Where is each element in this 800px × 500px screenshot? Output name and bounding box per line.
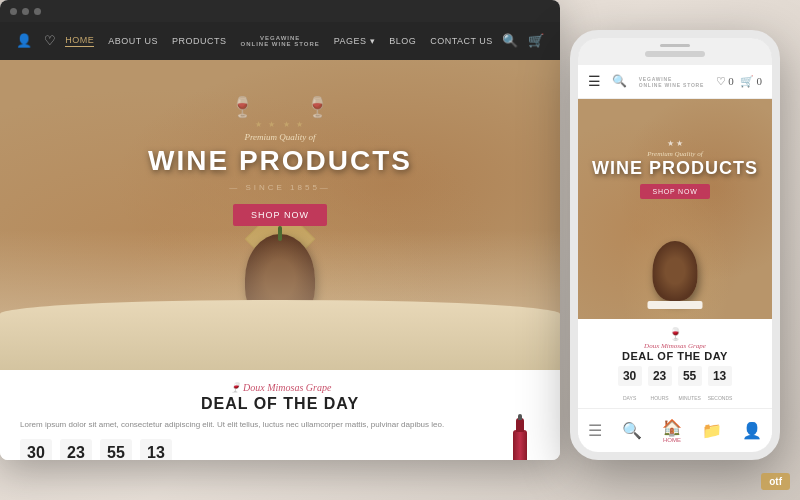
mobile-book-base xyxy=(648,301,703,309)
hero-subtitle: Premium Quality of xyxy=(0,132,560,142)
mobile-deal-label: Doux Mimosas Grape xyxy=(588,342,762,350)
desktop-navbar: 👤 ♡ HOME ABOUT US PRODUCTS Vegawine ONLI… xyxy=(0,22,560,60)
otf-badge: otf xyxy=(761,473,790,490)
nav-blog[interactable]: BLOG xyxy=(389,36,416,46)
mobile-hero: ★ ★ Premium Quality of WINE PRODUCTS SHO… xyxy=(578,99,772,319)
countdown-days: 30 Days xyxy=(20,439,52,460)
mobile-menu-icon[interactable]: ☰ xyxy=(588,73,601,90)
mobile-hero-text: ★ ★ Premium Quality of WINE PRODUCTS SHO… xyxy=(578,139,772,199)
mobile-wishlist-icon[interactable]: ♡ 0 xyxy=(716,75,734,88)
mobile-top-bar xyxy=(578,38,772,65)
mobile-mockup: ☰ 🔍 Vegawine ONLINE WINE STORE ♡ 0 🛒 0 ★… xyxy=(570,30,780,460)
minutes-value: 55 xyxy=(100,439,132,460)
cart-icon[interactable]: 🛒 xyxy=(528,33,544,49)
hero-title: WINE PRODUCTS xyxy=(0,146,560,177)
countdown-hours: 23 Hours xyxy=(60,439,92,460)
mobile-bottom-menu[interactable]: ☰ xyxy=(588,421,602,440)
days-value: 30 xyxy=(20,439,52,460)
mobile-hero-subtitle: Premium Quality of xyxy=(578,150,772,158)
user-icon[interactable]: 👤 xyxy=(16,33,32,49)
mobile-deal-title: DEAL OF THE DAY xyxy=(588,350,762,362)
mobile-nav-right: ♡ 0 🛒 0 xyxy=(716,75,763,88)
mobile-hero-title: WINE PRODUCTS xyxy=(578,158,772,179)
browser-bar xyxy=(0,0,560,22)
hero-wine-glasses: 🍷 🍷 xyxy=(0,95,560,119)
mobile-days: 30 Days xyxy=(618,366,642,404)
mobile-cart-icon[interactable]: 🛒 0 xyxy=(740,75,762,88)
deal-body: Lorem ipsum dolor sit amet, consectetur … xyxy=(20,419,540,460)
mobile-bottom-user[interactable]: 👤 xyxy=(742,421,762,440)
mobile-seconds: 13 Seconds xyxy=(708,366,733,404)
mobile-search-icon[interactable]: 🔍 xyxy=(612,74,627,89)
desktop-logo: Vegawine ONLINE WINE STORE xyxy=(241,35,320,47)
nav-pages[interactable]: PAGES ▾ xyxy=(334,36,375,46)
mobile-stars: ★ ★ xyxy=(578,139,772,148)
nav-links: HOME ABOUT US PRODUCTS Vegawine ONLINE W… xyxy=(65,35,493,47)
countdown-minutes: 55 Minutes xyxy=(100,439,132,460)
seconds-value: 13 xyxy=(140,439,172,460)
browser-dot-green xyxy=(34,8,41,15)
deal-description: Lorem ipsum dolor sit amet, consectetur … xyxy=(20,419,484,431)
wine-glass-left: 🍷 xyxy=(230,95,255,119)
desktop-hero: 🍴 🍴 🍷 🍷 Premium Quality of WINE PRODUCTS… xyxy=(0,60,560,370)
mobile-navbar: ☰ 🔍 Vegawine ONLINE WINE STORE ♡ 0 🛒 0 xyxy=(578,65,772,99)
hours-value: 23 xyxy=(60,439,92,460)
mobile-countdown: 30 Days 23 Hours 55 Minutes 13 Seconds xyxy=(588,366,762,404)
mobile-bottom-home[interactable]: 🏠 HOME xyxy=(662,418,682,443)
mobile-logo: Vegawine ONLINE WINE STORE xyxy=(639,76,704,88)
nav-left-icons: 👤 ♡ xyxy=(16,33,56,49)
mobile-wine-icon: 🍷 xyxy=(588,327,762,342)
nav-right-icons: 🔍 🛒 xyxy=(502,33,544,49)
hero-since: SINCE 1855 xyxy=(0,183,560,192)
table-surface xyxy=(0,300,560,370)
deal-text-column: Lorem ipsum dolor sit amet, consectetur … xyxy=(20,419,484,460)
mobile-hours: 23 Hours xyxy=(648,366,672,404)
hero-text-block: Premium Quality of WINE PRODUCTS SINCE 1… xyxy=(0,120,560,226)
shop-now-button[interactable]: SHOP NOW xyxy=(233,204,327,226)
browser-dot-red xyxy=(10,8,17,15)
nav-products[interactable]: PRODUCTS xyxy=(172,36,227,46)
wine-glass-right: 🍷 xyxy=(305,95,330,119)
nav-home[interactable]: HOME xyxy=(65,35,94,47)
deal-section: Doux Mimosas Grape DEAL OF THE DAY Lorem… xyxy=(0,370,560,460)
deal-title: DEAL OF THE DAY xyxy=(20,395,540,413)
deal-wine-image xyxy=(500,419,540,460)
wine-bottle xyxy=(513,430,527,460)
nav-about[interactable]: ABOUT US xyxy=(108,36,158,46)
deal-grape-label: Doux Mimosas Grape xyxy=(20,382,540,393)
mobile-bottom-folder[interactable]: 📁 xyxy=(702,421,722,440)
mobile-shop-btn[interactable]: SHOP NOW xyxy=(640,184,709,199)
countdown-timer: 30 Days 23 Hours 55 Minutes 13 Seconds xyxy=(20,439,484,460)
mobile-notch xyxy=(645,51,705,57)
desktop-mockup: 👤 ♡ HOME ABOUT US PRODUCTS Vegawine ONLI… xyxy=(0,0,560,460)
table-scene xyxy=(0,230,560,370)
mobile-pine-cone-body xyxy=(653,241,698,301)
browser-dot-yellow xyxy=(22,8,29,15)
mobile-home-label: HOME xyxy=(662,437,682,443)
wishlist-icon[interactable]: ♡ xyxy=(44,33,56,49)
mobile-bottom-search[interactable]: 🔍 xyxy=(622,421,642,440)
mobile-bottom-nav: ☰ 🔍 🏠 HOME 📁 👤 xyxy=(578,408,772,452)
countdown-seconds: 13 Seconds xyxy=(140,439,175,460)
mobile-minutes: 55 Minutes xyxy=(678,366,702,404)
nav-contact[interactable]: CONTACT US xyxy=(430,36,493,46)
search-icon[interactable]: 🔍 xyxy=(502,33,518,49)
star-decoration xyxy=(0,120,560,129)
mobile-speaker xyxy=(660,44,690,47)
mobile-pine-cone xyxy=(648,241,703,309)
